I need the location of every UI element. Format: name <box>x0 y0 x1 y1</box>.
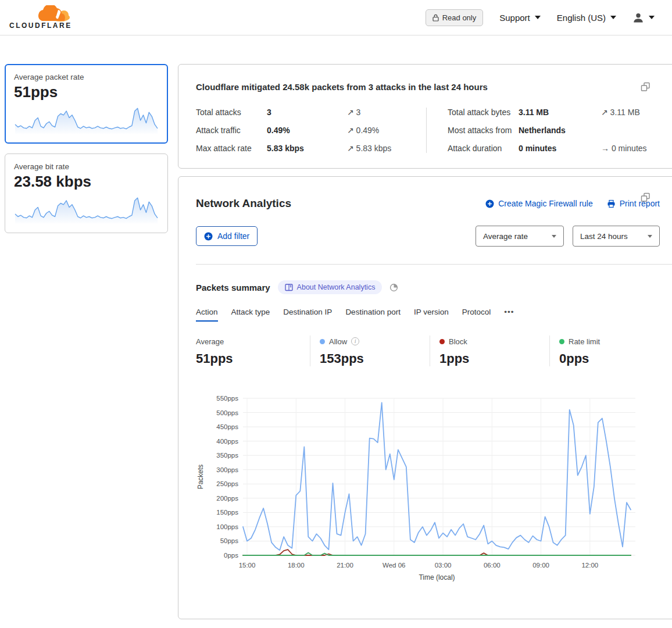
chevron-down-icon <box>535 16 541 19</box>
metric-value: 23.58 kbps <box>14 173 159 191</box>
svg-text:Time (local): Time (local) <box>419 573 455 581</box>
stat-label: Total attacks <box>196 108 267 117</box>
stat-value: 153pps <box>320 351 430 366</box>
plus-circle-icon <box>204 232 213 241</box>
copy-icon[interactable] <box>641 82 650 94</box>
svg-text:0pps: 0pps <box>224 552 238 559</box>
packets-summary-title: Packets summary <box>196 283 270 292</box>
svg-text:500pps: 500pps <box>216 409 238 416</box>
packets-stats-row: Average 51pps Allow i 153pps <box>196 336 672 366</box>
printer-icon <box>607 199 616 208</box>
svg-text:250pps: 250pps <box>216 480 238 487</box>
time-range-select[interactable]: Last 24 hours <box>573 226 660 247</box>
account-menu[interactable] <box>632 12 655 23</box>
stat-label: Rate limit <box>569 337 600 346</box>
svg-text:100pps: 100pps <box>216 523 238 530</box>
stat-label: Attack duration <box>448 144 519 153</box>
stat-value: 1pps <box>439 351 549 366</box>
print-report-link[interactable]: Print report <box>607 199 660 208</box>
cloudflare-cloud-icon <box>38 5 74 22</box>
support-menu[interactable]: Support <box>499 13 541 23</box>
cloudflare-logo[interactable]: CLOUDFLARE <box>9 5 78 30</box>
svg-text:09:00: 09:00 <box>532 562 549 569</box>
metric-card-bit-rate[interactable]: Average bit rate 23.58 kbps <box>5 154 168 233</box>
svg-text:550pps: 550pps <box>216 395 238 402</box>
allow-dot <box>320 339 325 344</box>
summary-title: Cloudflare mitigated 24.58k packets from… <box>196 82 672 92</box>
svg-text:50pps: 50pps <box>220 537 239 544</box>
stat-rate-limit: Rate limit 0pps <box>549 336 654 366</box>
user-icon <box>632 12 644 23</box>
tab-action[interactable]: Action <box>196 308 218 322</box>
svg-text:06:00: 06:00 <box>484 562 501 569</box>
tabs-overflow-button[interactable]: ••• <box>504 308 514 322</box>
stat-value: 0 minutes <box>519 144 601 153</box>
bit-rate-sparkline <box>14 194 159 226</box>
range-select-value: Last 24 hours <box>580 232 628 241</box>
stat-label: Max attack rate <box>196 144 267 153</box>
svg-text:150pps: 150pps <box>216 509 238 516</box>
copy-icon[interactable] <box>641 192 650 205</box>
stat-trend: ↗ 5.83 kbps <box>347 144 426 153</box>
stat-label: Attack traffic <box>196 126 267 135</box>
metric-value: 51pps <box>14 83 159 101</box>
read-only-badge: Read only <box>426 9 484 26</box>
book-icon <box>285 284 293 291</box>
tab-ip-version[interactable]: IP version <box>414 308 449 322</box>
stat-trend: → 0 minutes <box>601 144 672 153</box>
chevron-down-icon <box>649 16 655 19</box>
tab-protocol[interactable]: Protocol <box>462 308 491 322</box>
stat-value: Netherlands <box>519 126 601 135</box>
svg-text:350pps: 350pps <box>216 452 238 459</box>
info-icon[interactable]: i <box>351 337 359 345</box>
stat-trend: ↗ 3 <box>347 108 426 117</box>
metric-card-packet-rate[interactable]: Average packet rate 51pps <box>5 64 168 144</box>
stat-value: 0.49% <box>267 126 347 135</box>
block-dot <box>439 339 445 344</box>
summary-stats-right: Total attack bytes 3.11 MB ↗ 3.11 MB Mos… <box>426 108 672 153</box>
tab-destination-ip[interactable]: Destination IP <box>283 308 332 322</box>
svg-text:200pps: 200pps <box>216 495 238 502</box>
stat-value: 3.11 MB <box>519 108 601 117</box>
svg-text:400pps: 400pps <box>216 438 238 445</box>
stat-value: 3 <box>267 108 347 117</box>
language-menu[interactable]: English (US) <box>557 13 616 23</box>
metric-label: Average bit rate <box>14 162 159 171</box>
add-filter-label: Add filter <box>217 231 249 241</box>
svg-text:Packets: Packets <box>196 465 205 490</box>
add-filter-button[interactable]: Add filter <box>196 226 258 246</box>
metric-label: Average packet rate <box>14 73 159 81</box>
svg-text:300pps: 300pps <box>216 466 238 473</box>
metric-select-value: Average rate <box>483 232 528 241</box>
tab-attack-type[interactable]: Attack type <box>231 308 270 322</box>
chevron-down-icon <box>648 235 652 238</box>
stat-average: Average 51pps <box>196 336 310 366</box>
stat-label: Block <box>449 337 467 346</box>
stat-trend: ↗ 3.11 MB <box>601 108 672 117</box>
tab-destination-port[interactable]: Destination port <box>345 308 401 322</box>
svg-text:21:00: 21:00 <box>337 562 353 569</box>
about-network-analytics-badge[interactable]: About Network Analytics <box>278 280 383 294</box>
summary-stats-left: Total attacks 3 ↗ 3 Attack traffic 0.49%… <box>196 108 426 153</box>
language-label: English (US) <box>557 13 606 23</box>
chevron-down-icon <box>610 16 616 19</box>
about-badge-label: About Network Analytics <box>297 283 376 291</box>
create-rule-label: Create Magic Firewall rule <box>498 199 593 208</box>
read-only-label: Read only <box>442 13 477 22</box>
print-report-label: Print report <box>620 199 660 208</box>
svg-text:12:00: 12:00 <box>581 562 598 569</box>
metric-select[interactable]: Average rate <box>476 226 564 247</box>
stat-label: Total attack bytes <box>448 108 519 117</box>
support-label: Support <box>499 13 530 23</box>
packets-time-series-chart[interactable]: 0pps50pps100pps150pps200pps250pps300pps3… <box>194 390 641 584</box>
create-magic-firewall-rule-link[interactable]: Create Magic Firewall rule <box>485 199 593 208</box>
stat-value: 0pps <box>559 351 654 366</box>
lock-icon <box>432 14 439 22</box>
plus-circle-icon <box>485 199 494 208</box>
logo-wordmark: CLOUDFLARE <box>9 22 78 30</box>
stat-trend: ↗ 0.49% <box>347 126 426 135</box>
stat-block: Block 1pps <box>430 336 549 366</box>
time-window-icon[interactable] <box>389 283 398 292</box>
metric-card-column: Average packet rate 51pps Average bit ra… <box>5 64 168 233</box>
attack-summary-card: Cloudflare mitigated 24.58k packets from… <box>178 64 672 169</box>
